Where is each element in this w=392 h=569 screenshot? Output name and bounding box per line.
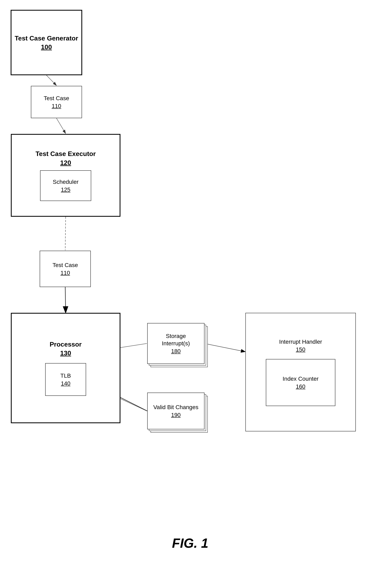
index-counter-box: Index Counter 160 <box>266 359 335 406</box>
tlb-id: 140 <box>61 380 70 387</box>
test-case-generator-label: Test Case Generator <box>15 34 78 43</box>
test-case-110-bottom-box: Test Case 110 <box>40 251 91 287</box>
svg-line-4 <box>65 217 66 250</box>
scheduler-label: Scheduler <box>53 178 79 186</box>
index-counter-id: 160 <box>296 383 306 390</box>
test-case-110-bottom-id: 110 <box>60 270 70 276</box>
test-case-executor-box: Test Case Executor 120 Scheduler 125 <box>11 134 120 217</box>
processor-id: 130 <box>60 349 71 357</box>
test-case-110-top-id: 110 <box>52 103 61 109</box>
svg-line-7 <box>205 344 245 352</box>
figure-label: FIG. 1 <box>159 536 221 551</box>
diagram: Test Case Generator 100 Test Case 110 Te… <box>0 0 392 569</box>
test-case-110-bottom-label: Test Case <box>53 262 78 269</box>
test-case-110-top-box: Test Case 110 <box>31 86 82 118</box>
index-counter-label: Index Counter <box>283 375 319 383</box>
interrupt-handler-id: 150 <box>296 346 306 353</box>
valid-bit-changes-id: 190 <box>171 412 181 418</box>
test-case-generator-id: 100 <box>41 43 52 51</box>
svg-line-8 <box>120 399 147 411</box>
svg-line-2 <box>46 75 56 85</box>
storage-interrupts-label: StorageInterrupt(s) <box>162 333 190 347</box>
scheduler-id: 125 <box>61 186 70 193</box>
svg-line-5 <box>65 287 66 312</box>
test-case-executor-label: Test Case Executor <box>36 150 96 158</box>
valid-bit-changes-box: Valid Bit Changes 190 <box>147 393 205 429</box>
processor-box: Processor 130 TLB 140 <box>11 313 120 423</box>
tlb-label: TLB <box>60 372 71 379</box>
svg-line-3 <box>56 118 66 134</box>
svg-line-6 <box>120 344 147 347</box>
interrupt-handler-label: Interrupt Handler <box>279 338 322 346</box>
test-case-executor-id: 120 <box>60 159 71 167</box>
tlb-box: TLB 140 <box>45 363 86 396</box>
storage-interrupts-box: StorageInterrupt(s) 180 <box>147 323 205 364</box>
scheduler-box: Scheduler 125 <box>40 170 91 201</box>
interrupt-handler-box: Interrupt Handler 150 Index Counter 160 <box>245 313 356 431</box>
valid-bit-changes-label: Valid Bit Changes <box>153 403 198 411</box>
processor-label: Processor <box>50 340 82 349</box>
test-case-generator-box: Test Case Generator 100 <box>11 10 82 75</box>
test-case-110-top-label: Test Case <box>44 95 69 102</box>
storage-interrupts-id: 180 <box>171 348 181 355</box>
